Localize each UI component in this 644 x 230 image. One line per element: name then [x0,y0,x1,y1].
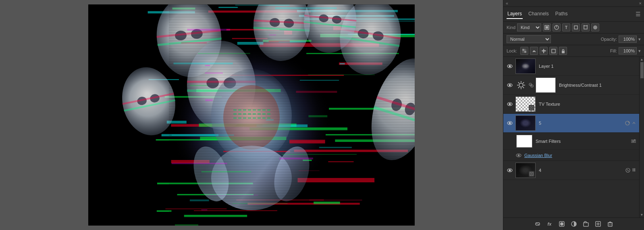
opacity-input[interactable] [619,36,637,43]
thumb-smart-filters [516,135,532,148]
new-adjustment-btn[interactable] [569,220,578,228]
blend-mode-select[interactable]: Normal Multiply Screen [507,35,551,43]
collapse-icon[interactable]: « [506,1,508,6]
fill-input[interactable] [619,47,637,54]
blend-row: Normal Multiply Screen Opacity: ▾ [503,33,644,45]
layer-name-brightness: Brightness/Contrast 1 [559,83,636,88]
layer-item-layer1[interactable]: Layer 1 [503,57,639,76]
tab-channels[interactable]: Channels [528,9,550,19]
svg-point-22 [509,65,511,67]
new-layer-btn[interactable] [594,220,602,228]
lock-position-btn[interactable] [540,47,548,55]
scroll-track [640,62,644,212]
filter-artboard-btn[interactable] [582,23,590,31]
visibility-brightness[interactable] [507,82,513,88]
filter-row: Kind Kind T [503,22,644,33]
tab-layers[interactable]: Layers [507,9,523,19]
visibility-tvtexture[interactable] [507,101,513,107]
filter-type-btn[interactable]: T [562,23,570,31]
svg-line-30 [518,82,519,83]
svg-point-52 [518,154,520,156]
layers-scroll-area: Layer 1 [503,57,644,217]
svg-point-25 [519,83,523,87]
scrollbar[interactable]: ▲ ▼ [639,57,644,217]
svg-line-59 [627,169,629,171]
canvas-image [88,4,415,226]
add-mask-btn[interactable] [557,220,566,228]
fill-label: Fill: [610,48,617,53]
layer-name-layer4: 4 [539,168,625,173]
smart-badge-layer4 [529,171,534,177]
collapse-arrow-up[interactable] [632,121,636,125]
new-group-btn[interactable] [582,220,590,228]
layer-item-layer5[interactable]: 5 [503,114,639,133]
svg-line-32 [523,82,524,83]
link-layers-btn[interactable] [533,220,542,228]
svg-rect-20 [562,51,565,53]
layer4-extras [625,168,636,173]
layers-footer: fx [503,217,644,230]
opacity-arrow[interactable]: ▾ [638,37,641,42]
filter-image-btn[interactable] [543,23,551,31]
svg-rect-11 [522,51,524,53]
scroll-thumb[interactable] [640,62,644,78]
lock-image-btn[interactable] [530,47,538,55]
lock-all-btn[interactable] [559,47,567,55]
layer-item-gaussian-blur[interactable]: Gaussian Blur [503,150,639,161]
layer-name-smart-filters: Smart Filters [536,139,629,144]
svg-rect-69 [608,223,612,226]
svg-point-63 [560,222,563,226]
visibility-gaussian[interactable] [515,152,522,159]
kind-select[interactable]: Kind [517,23,541,31]
svg-point-12 [533,50,535,52]
fill-group: Fill: ▾ [610,47,641,54]
kind-label: Kind [507,25,515,30]
panel-tabs: Layers Channels Paths [507,9,568,19]
thumb-tvtexture [515,96,536,112]
smart-object-badge [529,105,534,111]
lock-artboard-btn[interactable] [549,47,557,55]
filter-shape-btn[interactable] [572,23,580,31]
panel-header: Layers Channels Paths ☰ [503,7,644,22]
add-style-btn[interactable]: fx [545,220,554,228]
svg-rect-65 [584,223,588,226]
delete-layer-btn[interactable] [606,220,615,228]
layer-name-layer5: 5 [539,121,625,125]
svg-rect-19 [552,49,555,53]
layer-name-gaussian-blur[interactable]: Gaussian Blur [524,153,552,158]
scroll-up-arrow[interactable]: ▲ [640,57,644,62]
visibility-layer4[interactable] [507,167,513,174]
visibility-layer5[interactable] [507,120,513,126]
filter-adjustment-btn[interactable] [553,23,561,31]
svg-rect-4 [584,26,587,29]
svg-rect-1 [546,26,548,29]
layer4-extra-icon [625,168,630,173]
layer-item-smart-filters[interactable]: Smart Filters [503,133,639,150]
svg-line-33 [518,87,519,88]
thumb-layer5 [515,115,536,131]
smart-filter-icon [631,139,636,144]
layer-item-brightness[interactable]: Brightness/Contrast 1 [503,76,639,95]
thumb-layer4 [515,163,536,178]
svg-rect-8 [522,49,524,51]
visibility-layer1[interactable] [507,63,513,69]
svg-marker-16 [543,52,544,53]
svg-point-7 [593,25,597,29]
close-icon[interactable]: × [639,1,642,6]
svg-line-31 [523,87,524,88]
thumb-layer1 [515,59,536,74]
tab-paths[interactable]: Paths [555,9,569,19]
layer5-extras [625,120,636,126]
filter-smart-btn[interactable] [591,23,599,31]
panel-menu-icon[interactable]: ☰ [636,11,641,17]
svg-point-24 [509,84,511,86]
refresh-icon [625,120,630,126]
fill-arrow[interactable]: ▾ [638,48,641,54]
opacity-label: Opacity: [601,37,617,42]
layer-item-tvtexture[interactable]: TV Texture [503,95,639,114]
scroll-down-arrow[interactable]: ▼ [640,212,644,217]
svg-rect-61 [634,168,635,171]
layers-list: Layer 1 [503,57,639,217]
layer-item-layer4[interactable]: 4 [503,161,639,180]
lock-pixels-btn[interactable] [520,47,528,55]
